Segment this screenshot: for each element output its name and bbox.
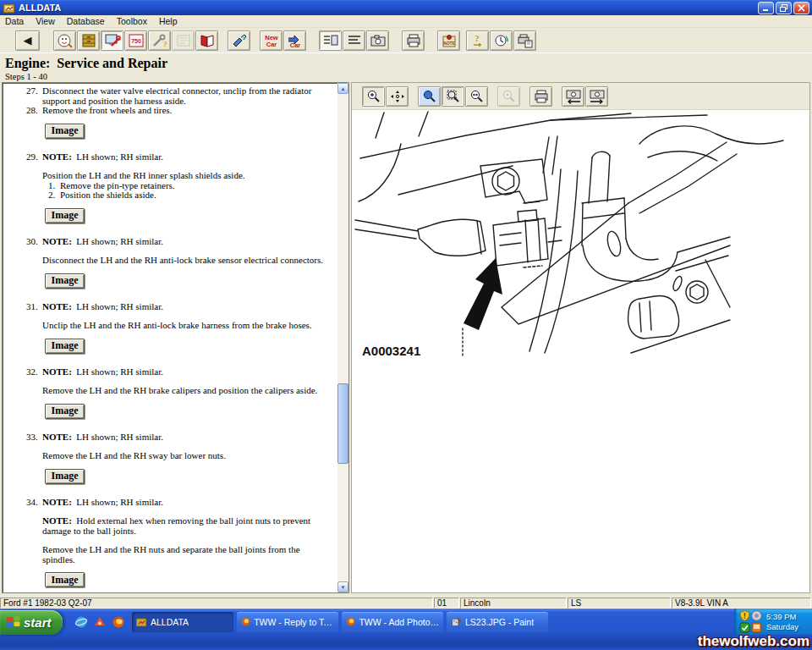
library-button[interactable]	[77, 30, 100, 51]
image-button[interactable]: Image	[45, 273, 85, 289]
image-button[interactable]: Image	[45, 339, 85, 354]
zoom-dynamic-button[interactable]	[418, 86, 441, 107]
start-button[interactable]: start	[0, 610, 63, 635]
vehicle-select-icon	[57, 33, 74, 48]
status-model: LS	[568, 598, 671, 609]
paint-icon	[451, 616, 462, 627]
print-image-button[interactable]	[529, 86, 552, 107]
vehicle-select-button[interactable]	[53, 30, 76, 51]
history-button[interactable]	[490, 30, 513, 51]
image-button[interactable]: Image	[45, 469, 85, 484]
repair-button[interactable]	[101, 30, 123, 51]
document-header: Engine: Service and Repair Steps 1 - 40	[0, 52, 812, 81]
note-text: LH shown; RH similar.	[76, 497, 163, 507]
pan-button[interactable]	[386, 86, 409, 107]
menu-toolbox[interactable]: Toolbox	[117, 16, 147, 26]
help-button[interactable]: ?	[466, 30, 489, 51]
step-text: Disconnect the LH and the RH anti-lock b…	[42, 256, 334, 266]
zoom-fit-button[interactable]	[442, 86, 464, 107]
title-bar: ALLDATA	[0, 0, 812, 15]
scroll-up-button[interactable]: ▲	[337, 83, 348, 94]
restore-button[interactable]	[776, 2, 792, 14]
previous-image-button[interactable]	[562, 86, 584, 107]
menu-database[interactable]: Database	[67, 16, 105, 26]
used-car-button[interactable]: Car	[283, 30, 306, 51]
taskbar-window-tww-photos[interactable]: TWW - Add Photos - ...	[342, 612, 443, 632]
note-label: NOTE:	[42, 497, 72, 507]
security-shield-icon[interactable]	[739, 610, 750, 621]
print-icon	[405, 33, 422, 48]
svg-text:Car: Car	[289, 41, 300, 48]
image-button[interactable]: Image	[45, 208, 85, 223]
taskbar-window-tww-reply[interactable]: TWW - Reply to Topic...	[237, 612, 338, 632]
back-arrow-icon: ◀	[24, 34, 32, 47]
step-33: 33. NOTE: LH shown; RH similar. Remove t…	[26, 432, 334, 461]
step-number: 30.	[26, 237, 42, 247]
minimize-button[interactable]	[758, 2, 774, 14]
svg-text:?: ?	[475, 33, 480, 43]
step-number: 33.	[26, 432, 42, 443]
zoom-in-button[interactable]	[362, 86, 385, 107]
messenger-icon[interactable]	[751, 622, 762, 633]
status-make: Lincoln	[460, 598, 567, 609]
taskbar-window-alldata[interactable]: ALLDATA	[132, 612, 233, 632]
menu-data[interactable]: Data	[5, 16, 24, 26]
recall-icon	[175, 33, 192, 48]
internet-explorer-icon[interactable]	[74, 615, 88, 629]
notes-button[interactable]: NOTE	[437, 30, 460, 51]
svg-text:?: ?	[163, 40, 167, 48]
substeps: 1.Remove the pin-type retainers. 2.Posit…	[42, 181, 334, 201]
new-car-button[interactable]: NewCar	[260, 30, 283, 51]
taskbar: start ALLDATA TWW - Reply to Topic...	[0, 609, 812, 650]
menu-help[interactable]: Help	[159, 16, 178, 26]
step-number: 29.	[26, 152, 42, 162]
window-title: ALLDATA	[19, 3, 756, 13]
image-button[interactable]: Image	[45, 124, 85, 139]
alldata-window: ALLDATA Data View Database Toolbox Help …	[0, 0, 812, 650]
note-text: LH shown; RH similar.	[76, 366, 163, 377]
new-car-icon: NewCar	[262, 33, 281, 48]
steps-range: Steps 1 - 40	[5, 72, 812, 81]
main-toolbar: ◀ 750 ? NewCar Car NOTE ?	[0, 28, 812, 52]
firefox-icon[interactable]	[112, 615, 125, 629]
close-button[interactable]	[793, 2, 809, 14]
illustration-panel: A0003241	[351, 82, 810, 593]
menu-view[interactable]: View	[36, 16, 55, 26]
recall-button[interactable]	[172, 30, 195, 51]
image-button[interactable]: Image	[45, 572, 85, 587]
scroll-thumb[interactable]	[337, 383, 348, 464]
media-app-icon[interactable]	[93, 615, 107, 629]
print-setup-icon	[517, 33, 534, 48]
zoom-out-button[interactable]	[465, 86, 488, 107]
split-view-icon	[322, 33, 339, 48]
taskbar-window-paint[interactable]: LS23.JPG - Paint	[447, 612, 548, 632]
steps-scrollbar[interactable]: ▲ ▼	[337, 83, 348, 592]
image-button[interactable]: Image	[45, 404, 85, 419]
tsb-button[interactable]: 750	[124, 30, 147, 51]
estimator-button[interactable]: ?	[148, 30, 171, 51]
next-image-button[interactable]	[585, 86, 608, 107]
split-view-button[interactable]	[319, 30, 342, 51]
update-icon[interactable]	[751, 610, 762, 621]
svg-text:Car: Car	[266, 41, 277, 48]
step-31: 31. NOTE: LH shown; RH similar. Unclip t…	[26, 302, 334, 331]
antivirus-icon[interactable]	[739, 622, 750, 633]
estimator-icon: ?	[151, 33, 168, 48]
zoom-select-button[interactable]	[497, 86, 520, 107]
page-title: Engine: Service and Repair	[5, 56, 812, 71]
back-button[interactable]: ◀	[15, 30, 40, 51]
steps-list: 27.Disconnect the water valve electrical…	[3, 83, 337, 593]
used-car-icon: Car	[286, 33, 304, 48]
clock[interactable]: 5:39 PM Saturday	[766, 612, 798, 632]
svg-text:750: 750	[131, 38, 141, 44]
print-setup-button[interactable]	[513, 30, 536, 51]
tools-button[interactable]	[228, 30, 250, 51]
note-label: NOTE:	[42, 432, 72, 442]
print-button[interactable]	[402, 30, 425, 51]
scroll-down-button[interactable]: ▼	[337, 581, 348, 592]
book-button[interactable]	[195, 30, 218, 51]
notes-icon: NOTE	[441, 33, 458, 48]
book-icon	[199, 33, 216, 48]
image-view-button[interactable]	[366, 30, 389, 51]
text-view-button[interactable]	[343, 30, 365, 51]
